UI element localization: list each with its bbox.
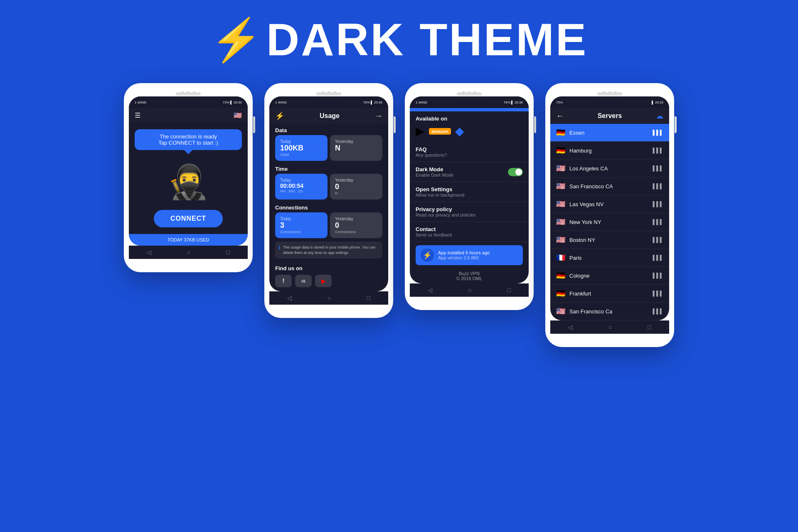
back-nav-btn-4[interactable]: ◁ <box>568 324 573 330</box>
sensor-dot-2 <box>333 91 336 95</box>
camera-dot-3 <box>462 91 465 95</box>
signal-icon: ▌▌▌ <box>653 255 663 261</box>
connect-button[interactable]: CONNECT <box>154 210 223 227</box>
status-bar-2-carrier: 1 WIND <box>275 101 287 104</box>
server-item[interactable]: 🇩🇪 Frankfurt ▌▌▌ <box>550 285 669 303</box>
bolt-icon: ⚡ <box>210 19 262 60</box>
recent-nav-btn-2[interactable]: □ <box>367 295 370 301</box>
vk-btn[interactable]: vk <box>295 275 312 287</box>
server-name: San Francisco Ca <box>569 308 612 315</box>
back-nav-btn[interactable]: ◁ <box>147 249 151 256</box>
server-left: 🇺🇸 Los Angeles CA <box>556 164 608 173</box>
youtube-btn[interactable]: ▶ <box>315 275 332 287</box>
amazon-icon[interactable]: amazon <box>429 128 451 135</box>
open-settings-menu-item[interactable]: Open Settings Allow run in background <box>410 182 529 202</box>
server-item[interactable]: 🇺🇸 Los Angeles CA ▌▌▌ <box>550 160 669 177</box>
phone-3-camera <box>410 88 529 96</box>
server-item[interactable]: 🇩🇪 Cologne ▌▌▌ <box>550 267 669 285</box>
arrow-right-icon[interactable]: → <box>375 112 382 121</box>
google-play-icon[interactable]: ▶ <box>416 124 425 138</box>
today-time-value: 00:00:54 <box>280 182 323 189</box>
phone-1-toolbar: ☰ 🇺🇸 <box>129 108 248 123</box>
today-time-label: Today <box>280 178 323 182</box>
hamburger-icon[interactable]: ☰ <box>135 111 140 119</box>
yesterday-data-value: N <box>335 144 377 153</box>
yesterday-conn-sub: Connections <box>335 230 377 234</box>
app-bolt-icon: ⚡ <box>421 249 434 262</box>
today-time-card: Today 00:00:54 HH : MM : SS <box>275 174 328 200</box>
app-info-text-block: App installed 6 hours ago App version 2.… <box>438 250 490 260</box>
server-item[interactable]: 🇩🇪 Hamburg ▌▌▌ <box>550 142 669 160</box>
speaker-dot-3 <box>468 91 471 95</box>
time-row: Today 00:00:54 HH : MM : SS Yesterday 0 … <box>269 174 388 200</box>
app-installed-text: App installed 6 hours ago <box>438 250 490 255</box>
server-list: 🇩🇪 Essen ▌▌▌ 🇩🇪 Hamburg ▌▌▌ 🇺🇸 Los Angel… <box>550 124 669 320</box>
dark-mode-menu-item[interactable]: Dark Mode Enable Dark Mode <box>410 162 529 182</box>
speaker-dot <box>187 91 190 95</box>
phone-2-chin <box>269 305 388 313</box>
today-data-value: 100KB <box>280 144 323 153</box>
back-nav-btn-3[interactable]: ◁ <box>428 287 432 293</box>
app-info-card: ⚡ App installed 6 hours ago App version … <box>416 245 523 265</box>
connection-bubble: The connection is ready Tap CONNECT to s… <box>135 129 242 150</box>
server-name: San Francisco CA <box>569 183 613 190</box>
facebook-btn[interactable]: f <box>275 275 292 287</box>
dark-mode-row: Dark Mode Enable Dark Mode <box>416 166 523 177</box>
server-item[interactable]: 🇺🇸 Boston NY ▌▌▌ <box>550 231 669 249</box>
recent-nav-btn[interactable]: □ <box>227 249 230 256</box>
back-button-4[interactable]: ← <box>556 112 564 121</box>
ninja-mascot: 🥷 <box>129 163 248 202</box>
server-item[interactable]: 🇺🇸 New York NY ▌▌▌ <box>550 213 669 231</box>
dark-mode-toggle[interactable] <box>508 168 523 176</box>
today-conn-card: Today 3 Connections <box>275 212 328 238</box>
other-store-icon[interactable]: ◆ <box>455 124 464 138</box>
yesterday-time-sub: H <box>335 191 377 195</box>
sensor-dot-4 <box>614 91 617 95</box>
signal-icon: ▌▌▌ <box>653 237 663 243</box>
recent-nav-btn-4[interactable]: □ <box>648 324 651 330</box>
server-item[interactable]: 🇺🇸 Las Vegas NV ▌▌▌ <box>550 195 669 213</box>
faq-menu-item[interactable]: FAQ Any questions? <box>410 142 529 162</box>
today-conn-sub: Connections <box>280 230 323 234</box>
phone-4-camera <box>550 88 669 96</box>
server-left: 🇩🇪 Essen <box>556 128 584 137</box>
home-nav-btn-2[interactable]: ○ <box>328 295 331 301</box>
server-name: Paris <box>569 255 582 261</box>
privacy-menu-item[interactable]: Privacy policy Read our privacy and poli… <box>410 202 529 222</box>
server-item[interactable]: 🇫🇷 Paris ▌▌▌ <box>550 249 669 267</box>
speaker-dot-4 <box>608 91 611 95</box>
copyright-text: Buzz VPN © 2019 OML <box>410 268 529 283</box>
phone-1-status-bar: 1 WIND 73% ▌ 20:30 <box>129 96 248 108</box>
status-bar-4-carrier: 75% <box>556 101 563 104</box>
phone-3-screen: 1 WIND 76% ▌ 20:36 Available on ▶ amazon… <box>410 96 529 283</box>
home-nav-btn-3[interactable]: ○ <box>468 287 471 293</box>
top-accent-bar <box>410 108 529 111</box>
usage-info: ℹ The usage data is stored in your mobil… <box>275 241 382 259</box>
server-name: New York NY <box>569 219 601 225</box>
home-nav-btn[interactable]: ○ <box>187 249 190 256</box>
phone-1-footer: TODAY 37KB USED <box>129 234 248 246</box>
server-left: 🇩🇪 Cologne <box>556 271 589 280</box>
phone-4-chin <box>550 334 669 342</box>
server-item[interactable]: 🇩🇪 Essen ▌▌▌ <box>550 124 669 142</box>
status-bar-2-right: 76% ▌ 20:36 <box>363 101 382 104</box>
server-item[interactable]: 🇺🇸 San Francisco CA ▌▌▌ <box>550 177 669 195</box>
today-data-card: Today 100KB Used <box>275 135 328 161</box>
copyright-year: © 2019 OML <box>456 276 483 281</box>
phones-container: 1 WIND 73% ▌ 20:30 ☰ 🇺🇸 The connection i… <box>107 83 691 347</box>
server-name: Las Vegas NV <box>569 201 603 207</box>
contact-menu-item[interactable]: Contact Send us feedback <box>410 222 529 242</box>
open-settings-title: Open Settings <box>416 186 523 192</box>
phone-1-camera <box>129 88 248 96</box>
faq-sub: Any questions? <box>416 153 523 158</box>
phone-1-nav: ◁ ○ □ <box>129 246 248 259</box>
server-left: 🇺🇸 San Francisco Ca <box>556 307 612 316</box>
server-item[interactable]: 🇺🇸 San Francisco Ca ▌▌▌ <box>550 303 669 320</box>
camera-dot-4 <box>602 91 606 95</box>
contact-sub: Send us feedback <box>416 232 523 237</box>
back-nav-btn-2[interactable]: ◁ <box>287 295 292 301</box>
recent-nav-btn-3[interactable]: □ <box>507 287 511 293</box>
server-left: 🇩🇪 Frankfurt <box>556 289 591 298</box>
server-name: Los Angeles CA <box>569 165 608 172</box>
home-nav-btn-4[interactable]: ○ <box>608 324 612 330</box>
